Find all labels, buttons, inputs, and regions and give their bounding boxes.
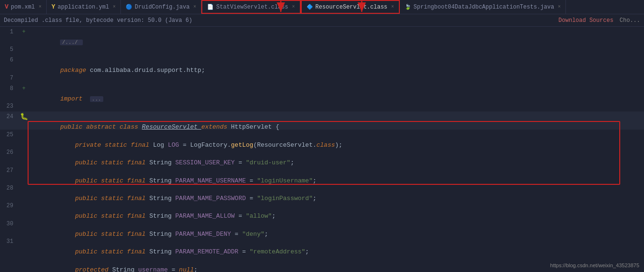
tab-label: DruidConfig.java <box>135 4 189 10</box>
tab-pom-xml[interactable]: V pom.xml × <box>0 0 47 14</box>
line-gutter: + <box>19 27 29 37</box>
tab-application-yml[interactable]: Y application.yml × <box>47 0 121 14</box>
code-line-24: 24 🐛 public abstract class ResourceServl… <box>0 111 644 129</box>
line-number: 8 <box>0 83 19 94</box>
line-number: 30 <box>0 219 19 229</box>
close-icon[interactable]: × <box>193 4 196 10</box>
close-icon[interactable]: × <box>292 4 295 10</box>
code-area: 1 + /.../ 5 6 package com.alibaba.druid.… <box>0 27 644 272</box>
close-icon[interactable]: × <box>391 4 394 10</box>
watermark: https://blog.csdn.net/weixin_43523875 <box>550 262 639 268</box>
line-number: 28 <box>0 183 19 193</box>
download-sources-link[interactable]: Download Sources <box>558 17 613 24</box>
tab-bar: V pom.xml × Y application.yml × 🔵 DruidC… <box>0 0 644 14</box>
tab-label: application.yml <box>58 4 109 10</box>
code-line-7: 7 <box>0 73 644 83</box>
code-line-32: protected String username = null; <box>0 254 644 272</box>
line-gutter: 🐛 <box>19 111 29 122</box>
tab-label: StatViewServlet.class <box>216 4 288 10</box>
line-number: 27 <box>0 165 19 176</box>
debug-icon: 🐛 <box>20 111 28 122</box>
line-number: 6 <box>0 55 19 65</box>
close-icon[interactable]: × <box>558 4 561 10</box>
code-line-31: 31 public static final String PARAM_REMO… <box>0 236 644 254</box>
line-number: 7 <box>0 73 19 83</box>
code-line-26: 26 public static final String SESSION_US… <box>0 147 644 165</box>
tab-icon-spring: 🍃 <box>405 4 411 10</box>
close-icon[interactable]: × <box>113 4 116 10</box>
code-line-30: 30 public static final String PARAM_NAME… <box>0 219 644 236</box>
code-line-29: 29 public static final String PARAM_NAME… <box>0 201 644 218</box>
tab-label: ResourceServlet.class <box>316 4 387 10</box>
tab-icon-y: Y <box>51 3 55 10</box>
choose-text: Cho... <box>620 17 640 24</box>
line-number: 5 <box>0 44 19 55</box>
line-number: 1 <box>0 27 19 37</box>
line-number: 24 <box>0 111 19 122</box>
tab-label: pom.xml <box>11 4 35 10</box>
tab-icon-d: 🔵 <box>126 4 132 10</box>
info-bar-right: Download Sources Cho... <box>558 17 640 24</box>
main-container: V pom.xml × Y application.yml × 🔵 DruidC… <box>0 0 644 272</box>
tab-druid-config[interactable]: 🔵 DruidConfig.java × <box>121 0 201 14</box>
tab-stat-view-servlet[interactable]: 📄 StatViewServlet.class × <box>201 0 300 14</box>
line-gutter: + <box>19 83 29 94</box>
line-content <box>29 44 644 55</box>
line-number: 23 <box>0 101 19 111</box>
code-line-6: 6 package com.alibaba.druid.support.http… <box>0 55 644 72</box>
code-line-28: 28 public static final String PARAM_NAME… <box>0 183 644 201</box>
code-line-8: 8 + import ... <box>0 83 644 101</box>
code-line-1: 1 + /.../ <box>0 27 644 44</box>
tab-icon-v: V <box>5 3 9 10</box>
code-line-23: 23 <box>0 101 644 111</box>
tab-label: Springboot04DataJdbcApplicationTests.jav… <box>414 4 554 10</box>
line-number: 31 <box>0 236 19 247</box>
line-number: 29 <box>0 201 19 211</box>
line-number: 26 <box>0 147 19 158</box>
close-icon[interactable]: × <box>39 4 41 10</box>
code-line-25: 25 private static final Log LOG = LogFac… <box>0 130 644 147</box>
line-content <box>29 101 644 111</box>
code-line-27: 27 public static final String PARAM_NAME… <box>0 165 644 183</box>
code-line-5: 5 <box>0 44 644 55</box>
decompile-info: Decompiled .class file, bytecode version… <box>4 17 192 24</box>
tab-icon-resource: 🔷 <box>307 4 313 10</box>
tab-resource-servlet[interactable]: 🔷 ResourceServlet.class × <box>301 0 400 14</box>
tab-springboot-tests[interactable]: 🍃 Springboot04DataJdbcApplicationTests.j… <box>400 0 566 14</box>
line-number: 25 <box>0 130 19 140</box>
info-bar: Decompiled .class file, bytecode version… <box>0 14 644 27</box>
tab-icon-stat: 📄 <box>207 4 214 10</box>
line-content <box>29 73 644 83</box>
